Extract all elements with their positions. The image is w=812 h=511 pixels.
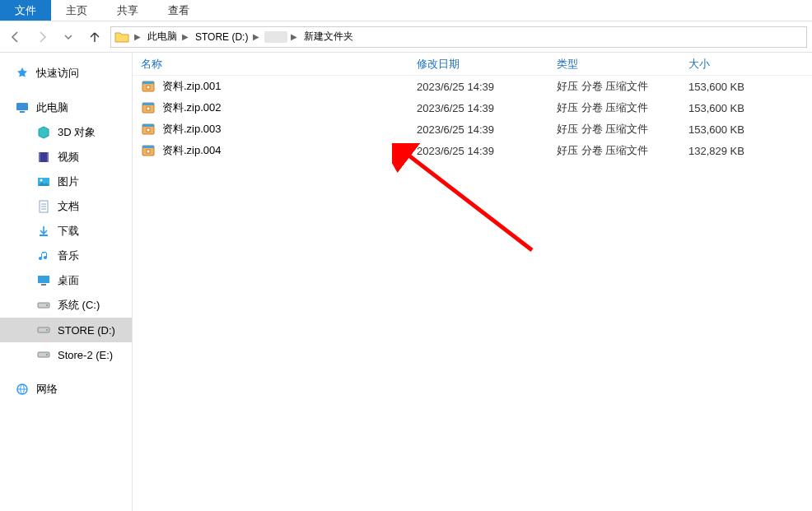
sidebar-item[interactable]: Store-2 (E:) <box>0 342 132 367</box>
file-date: 2023/6/25 14:39 <box>408 102 548 114</box>
sidebar-item-label: 桌面 <box>58 273 79 288</box>
ribbon-tabs: 文件 主页 共享 查看 <box>0 0 812 21</box>
file-row[interactable]: 资料.zip.0012023/6/25 14:39好压 分卷 压缩文件153,6… <box>133 76 812 97</box>
sidebar-item[interactable]: 桌面 <box>0 268 132 293</box>
svg-rect-3 <box>39 152 40 162</box>
ribbon-tab-share[interactable]: 共享 <box>102 0 153 21</box>
svg-line-33 <box>404 151 532 250</box>
sidebar-item[interactable]: 视频 <box>0 145 132 170</box>
sidebar-this-pc[interactable]: 此电脑 <box>0 95 132 120</box>
breadcrumb-item[interactable]: 新建文件夹 <box>302 30 355 44</box>
star-icon <box>15 66 30 81</box>
sidebar-item[interactable]: 文档 <box>0 194 132 219</box>
column-header-date[interactable]: 修改日期 <box>408 57 548 72</box>
chevron-right-icon[interactable]: ▶ <box>180 32 190 41</box>
desktop-icon <box>36 273 51 288</box>
sidebar-item-label: 3D 对象 <box>58 125 96 140</box>
sidebar-label: 快速访问 <box>36 66 79 81</box>
column-header-type[interactable]: 类型 <box>548 57 680 72</box>
ribbon-tab-view[interactable]: 查看 <box>153 0 204 21</box>
file-row[interactable]: 资料.zip.0032023/6/25 14:39好压 分卷 压缩文件153,6… <box>133 118 812 140</box>
archive-icon <box>141 122 156 137</box>
sidebar-item-label: 音乐 <box>58 249 79 263</box>
chevron-right-icon[interactable]: ▶ <box>289 32 299 41</box>
music-icon <box>36 249 51 263</box>
sidebar-item-label: 系统 (C:) <box>58 298 100 313</box>
file-list: 资料.zip.0012023/6/25 14:39好压 分卷 压缩文件153,6… <box>133 76 812 161</box>
folder-icon <box>114 30 129 44</box>
drive-icon <box>36 347 51 362</box>
svg-rect-25 <box>142 103 154 105</box>
nav-up-button[interactable] <box>84 26 105 48</box>
svg-rect-28 <box>142 124 154 127</box>
file-row[interactable]: 资料.zip.0042023/6/25 14:39好压 分卷 压缩文件132,8… <box>133 140 812 161</box>
svg-point-19 <box>46 354 48 355</box>
ribbon-tab-file[interactable]: 文件 <box>0 0 51 21</box>
svg-rect-22 <box>142 81 154 84</box>
column-header-size[interactable]: 大小 <box>680 57 812 72</box>
sidebar-item[interactable]: STORE (D:) <box>0 318 132 342</box>
svg-rect-32 <box>147 150 150 153</box>
breadcrumb-item-redacted[interactable] <box>264 31 287 43</box>
svg-point-6 <box>40 179 43 182</box>
nav-back-button[interactable] <box>5 26 26 48</box>
ribbon-tab-home[interactable]: 主页 <box>51 0 102 21</box>
file-size: 132,829 KB <box>680 145 812 157</box>
sidebar-item[interactable]: 下载 <box>0 219 132 244</box>
file-type: 好压 分卷 压缩文件 <box>548 143 680 158</box>
column-header-name[interactable]: 名称 <box>133 57 408 72</box>
column-headers: 名称 修改日期 类型 大小 <box>133 53 812 76</box>
file-name: 资料.zip.001 <box>162 79 222 94</box>
sidebar-quick-access[interactable]: 快速访问 <box>0 61 132 86</box>
sidebar-item-label: Store-2 (E:) <box>58 349 113 361</box>
file-date: 2023/6/25 14:39 <box>408 145 548 157</box>
sidebar-item[interactable]: 图片 <box>0 170 132 194</box>
file-size: 153,600 KB <box>680 102 812 114</box>
chevron-right-icon[interactable]: ▶ <box>133 32 142 41</box>
file-pane: 名称 修改日期 类型 大小 资料.zip.0012023/6/25 14:39好… <box>133 53 812 511</box>
sidebar-item-label: 下载 <box>58 224 79 239</box>
doc-icon <box>36 199 51 214</box>
sidebar-item[interactable]: 系统 (C:) <box>0 293 132 318</box>
archive-icon <box>141 100 156 115</box>
sidebar-network[interactable]: 网络 <box>0 377 132 402</box>
breadcrumb-item[interactable]: STORE (D:) <box>194 31 250 43</box>
archive-icon <box>141 143 156 158</box>
sidebar-item[interactable]: 3D 对象 <box>0 120 132 145</box>
svg-rect-31 <box>142 146 154 148</box>
breadcrumb-item[interactable]: 此电脑 <box>146 30 179 44</box>
svg-point-15 <box>46 304 48 306</box>
chevron-right-icon[interactable]: ▶ <box>251 32 261 41</box>
network-icon <box>15 382 30 397</box>
file-date: 2023/6/25 14:39 <box>408 81 548 93</box>
sidebar-item-label: STORE (D:) <box>58 324 115 337</box>
file-size: 153,600 KB <box>680 81 812 93</box>
file-name: 资料.zip.004 <box>162 143 222 158</box>
nav-recent-dropdown[interactable] <box>58 26 79 48</box>
picture-icon <box>36 174 51 189</box>
svg-rect-26 <box>147 107 150 110</box>
file-row[interactable]: 资料.zip.0022023/6/25 14:39好压 分卷 压缩文件153,6… <box>133 97 812 118</box>
file-type: 好压 分卷 压缩文件 <box>548 79 680 94</box>
address-bar[interactable]: ▶ 此电脑▶ STORE (D:)▶ ▶ 新建文件夹 <box>110 26 807 48</box>
svg-point-17 <box>46 329 48 331</box>
monitor-icon <box>15 100 30 115</box>
nav-forward-button[interactable] <box>31 26 53 48</box>
sidebar-item[interactable]: 音乐 <box>0 244 132 268</box>
address-row: ▶ 此电脑▶ STORE (D:)▶ ▶ 新建文件夹 <box>0 21 812 53</box>
svg-rect-0 <box>16 103 28 110</box>
svg-rect-29 <box>147 128 150 132</box>
svg-rect-12 <box>38 276 49 283</box>
main-area: 快速访问 此电脑 3D 对象视频图片文档下载音乐桌面系统 (C:)STORE (… <box>0 53 812 511</box>
archive-icon <box>141 79 156 94</box>
file-size: 153,600 KB <box>680 123 812 136</box>
sidebar-item-label: 文档 <box>58 199 79 214</box>
sidebar-label: 网络 <box>36 382 58 397</box>
svg-rect-23 <box>147 86 150 89</box>
file-type: 好压 分卷 压缩文件 <box>548 100 680 115</box>
svg-rect-13 <box>41 284 46 286</box>
svg-rect-11 <box>40 235 48 236</box>
svg-rect-4 <box>47 152 49 162</box>
file-name: 资料.zip.002 <box>162 100 222 115</box>
sidebar-item-label: 视频 <box>58 150 79 165</box>
